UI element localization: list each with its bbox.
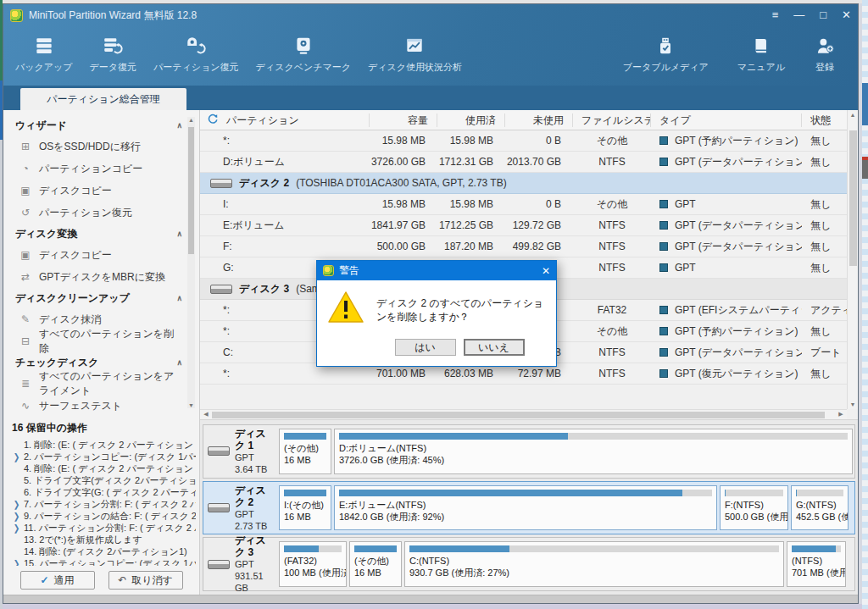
partition-type-color-icon — [659, 369, 668, 378]
pending-operation-item[interactable]: ❯11. パーティション分割: F: ( ディスク 2 パー... — [12, 522, 196, 534]
partition-type-label: GPT (データパーティション) — [675, 240, 802, 254]
apply-button[interactable]: ✓ 適用 — [20, 571, 95, 590]
sidebar-item[interactable]: ◔パーティションコピー — [15, 158, 182, 180]
partition-block[interactable]: D:ボリューム(NTFS)3726.0 GB (使用済: 45%) — [334, 429, 853, 474]
sidebar-item-label: パーティションコピー — [39, 162, 142, 176]
yes-button[interactable]: はい — [395, 339, 456, 356]
sidebar-item-label: すべてのパーティションをアライメント — [39, 369, 182, 398]
usage-bar-fill — [354, 545, 397, 552]
partition-row[interactable]: I:15.98 MB15.98 MB0 Bその他GPT無し — [200, 194, 847, 215]
scrollbar-thumb[interactable] — [212, 412, 825, 418]
sidebar-scrollbar[interactable]: ▲ ▼ — [187, 117, 195, 408]
expand-chevron-icon[interactable]: ❯ — [12, 451, 21, 462]
menu-icon[interactable]: ≡ — [772, 8, 779, 23]
toolbar-backup-button[interactable]: バックアップ — [8, 33, 80, 75]
scroll-down-icon[interactable]: ▼ — [187, 402, 195, 408]
pending-operation-item[interactable]: ❯7. パーティション分割: F: ( ディスク 2 パーテ... — [12, 498, 196, 510]
expand-chevron-icon[interactable]: ❯ — [12, 557, 21, 566]
pending-operation-item[interactable]: 5. ドライブ文字(ディスク 2パーティション2)を... — [12, 474, 196, 486]
disk-map-row[interactable]: ディスク 1GPT3.64 TB(その他)16 MBD:ボリューム(NTFS)3… — [203, 424, 855, 479]
expand-chevron-icon[interactable]: ❯ — [12, 510, 21, 522]
partition-type-label: GPT — [675, 198, 696, 210]
titlebar[interactable]: MiniTool Partition Wizard 無料版 12.8 ≡ — □… — [3, 4, 858, 26]
partition-block[interactable]: (その他)16 MB — [349, 541, 402, 587]
disk-benchmark-icon — [292, 35, 314, 57]
scroll-left-icon[interactable]: ◀ — [201, 411, 211, 418]
partition-block[interactable]: C:(NTFS)930.7 GB (使用済: 27%) — [404, 541, 784, 587]
pending-operation-item[interactable]: 6. ドライブ文字(G: ( ディスク 2 パーティショ... — [12, 486, 196, 498]
pending-operation-item[interactable]: 4. 削除: (E: ( ディスク 2 パーティション 1 )) — [12, 462, 196, 474]
toolbar-disk-benchmark-button[interactable]: ディスクベンチマーク — [249, 33, 358, 75]
scroll-right-icon[interactable]: ▶ — [836, 411, 846, 418]
sidebar-item[interactable]: ⊞OSをSSD/HDDに移行 — [15, 136, 182, 158]
sidebar-section-header[interactable]: ディスククリーンアップ∧ — [15, 288, 182, 308]
sidebar-item[interactable]: ↺パーティション復元 — [15, 202, 182, 224]
dialog-close-icon[interactable]: ✕ — [542, 265, 550, 277]
partition-block[interactable]: (NTFS)701 MB (使用済 — [787, 541, 846, 587]
scroll-up-icon[interactable]: ▲ — [187, 117, 195, 123]
expand-chevron-icon[interactable]: ❯ — [12, 522, 21, 534]
partition-type: GPT (EFIシステムパーティション) — [651, 303, 802, 318]
partition-block-label: E:ボリューム(NTFS) — [339, 499, 712, 511]
pending-operation-item[interactable]: 14. 削除: (ディスク 2パーティション1) — [12, 545, 196, 557]
expand-chevron-icon[interactable]: ❯ — [12, 498, 21, 510]
table-horizontal-scrollbar[interactable]: ◀ ▶ — [200, 409, 847, 419]
sidebar-section-header[interactable]: ディスク変換∧ — [15, 224, 182, 244]
toolbar-partition-recovery-button[interactable]: パーティション復元 — [147, 33, 246, 75]
partition-used: 15.98 MB — [437, 135, 505, 147]
pending-operation-item[interactable]: 1. 削除: (E: ( ディスク 2 パーティション 1 )) — [12, 439, 196, 451]
disk-map-row[interactable]: ディスク 3GPT931.51 GB(FAT32)100 MB (使用済(その他… — [203, 537, 855, 591]
refresh-icon[interactable] — [207, 113, 219, 127]
disk-legend[interactable]: ディスク 3GPT931.51 GB — [203, 538, 276, 590]
toolbar-space-analyzer-button[interactable]: ディスク使用状況分析 — [361, 33, 469, 75]
partition-block-label: I:(その他) — [284, 499, 326, 511]
disk-legend[interactable]: ディスク 1GPT3.64 TB — [203, 425, 276, 478]
sidebar-section-header[interactable]: ウィザード∧ — [15, 115, 182, 136]
pending-operations-title: 16 保留中の操作 — [12, 421, 196, 435]
minimize-icon[interactable]: — — [793, 8, 804, 23]
scroll-down-icon[interactable]: ▼ — [848, 401, 858, 407]
partition-row[interactable]: D:ボリューム3726.00 GB1712.31 GB2013.70 GBNTF… — [200, 152, 847, 173]
dialog-titlebar[interactable]: 警告 ✕ — [317, 261, 556, 280]
disk-legend[interactable]: ディスク 2GPT2.73 TB — [203, 482, 276, 534]
scroll-up-icon[interactable]: ▲ — [848, 112, 858, 118]
partition-block[interactable]: G:(NTFS)452.5 GB (使用済: 0%) — [791, 485, 849, 531]
partition-row[interactable]: *:15.98 MB15.98 MB0 Bその他GPT (予約パーティション)無… — [200, 130, 847, 152]
disk-blocks: I:(その他)16 MBE:ボリューム(NTFS)1842.0 GB (使用済:… — [276, 482, 854, 534]
pending-operation-item[interactable]: ❯15. パーティションコピー: (ディスク 1パーティ... — [12, 557, 196, 566]
scrollbar-thumb[interactable] — [849, 130, 857, 266]
no-button[interactable]: いいえ — [464, 339, 525, 356]
toolbar-manual-button[interactable]: マニュアル — [731, 33, 792, 75]
pending-operation-item[interactable]: ❯9. パーティションの結合: F: ( ディスク 2 パー... — [12, 510, 196, 522]
section-title: ディスク変換 — [15, 227, 77, 241]
sidebar-item[interactable]: ⇄GPTディスクをMBRに変換 — [15, 266, 182, 288]
sidebar-item[interactable]: ⊟すべてのパーティションを削除 — [15, 330, 182, 352]
usage-bar-fill — [339, 490, 682, 496]
maximize-icon[interactable]: □ — [820, 8, 826, 23]
tab-partition-management[interactable]: パーティション総合管理 — [20, 88, 186, 110]
section-title: ディスククリーンアップ — [15, 291, 130, 306]
partition-row[interactable]: E:ボリューム1841.97 GB1712.25 GB129.72 GBNTFS… — [200, 215, 847, 236]
partition-block[interactable]: E:ボリューム(NTFS)1842.0 GB (使用済: 92%) — [334, 485, 717, 531]
partition-row[interactable]: F:500.00 GB187.20 MB499.82 GBNTFSGPT (デー… — [200, 236, 847, 257]
sidebar-item[interactable]: ≣すべてのパーティションをアライメント — [15, 373, 182, 395]
undo-button[interactable]: ↶ 取り消す — [108, 571, 183, 590]
scrollbar-thumb[interactable] — [188, 127, 194, 254]
partition-block[interactable]: F:(NTFS)500.0 GB (使用済: 0%) — [720, 485, 788, 531]
toolbar-data-recovery-button[interactable]: データ復元 — [83, 33, 144, 75]
partition-block[interactable]: (その他)16 MB — [279, 429, 331, 474]
pending-operation-item[interactable]: 13. 2で(*:)を新規作成します — [12, 534, 196, 545]
sidebar-item[interactable]: ▣ディスクコピー — [15, 244, 182, 266]
disk-map-row[interactable]: ディスク 2GPT2.73 TBI:(その他)16 MBE:ボリューム(NTFS… — [203, 481, 855, 535]
toolbar-bootable-media-button[interactable]: ブータブルメディア — [616, 33, 715, 75]
sidebar-item[interactable]: ▣ディスクコピー — [15, 180, 182, 202]
pending-operation-item[interactable]: ❯2. パーティションコピー: (ディスク 1パーティシ... — [12, 451, 196, 462]
partition-block[interactable]: (FAT32)100 MB (使用済 — [279, 541, 347, 587]
disk-group-row[interactable]: ディスク 2(TOSHIBA DT01ACA300 SATA, GPT, 2.7… — [200, 173, 847, 194]
partition-block[interactable]: I:(その他)16 MB — [279, 485, 331, 531]
table-vertical-scrollbar[interactable]: ▲ ▼ — [847, 110, 858, 409]
disk-size: 2.73 TB — [235, 520, 276, 532]
toolbar-register-button[interactable]: 登録 — [807, 33, 843, 75]
disk-label: ディスク 1 — [235, 428, 276, 451]
close-icon[interactable]: ✕ — [842, 8, 851, 23]
